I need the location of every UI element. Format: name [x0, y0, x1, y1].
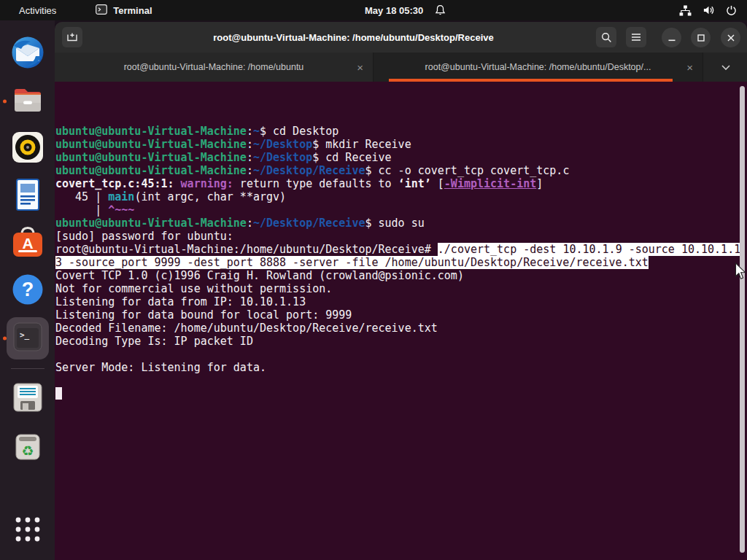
terminal-line: ubuntu@ubuntu-Virtual-Machine:~/Desktop/… — [55, 217, 747, 230]
files-icon — [10, 84, 45, 119]
tab-home-label: root@ubuntu-Virtual-Machine: /home/ubunt… — [124, 62, 304, 72]
new-tab-button[interactable] — [62, 27, 82, 47]
svg-text:>_: >_ — [20, 330, 30, 340]
terminal-line: Decoding Type Is: IP packet ID — [55, 335, 747, 348]
tab-receive[interactable]: root@ubuntu-Virtual-Machine: /home/ubunt… — [374, 52, 703, 82]
terminal-line: ubuntu@ubuntu-Virtual-Machine:~/Desktop/… — [55, 164, 747, 177]
dock-item-libreoffice-writer[interactable] — [10, 179, 45, 214]
dock-item-files[interactable] — [10, 84, 45, 119]
terminal-line: | ^~~~ — [55, 203, 747, 217]
window-title: root@ubuntu-Virtual-Machine: /home/ubunt… — [142, 22, 565, 52]
focused-app-menu[interactable]: Terminal — [96, 4, 152, 17]
libreoffice-writer-icon — [12, 177, 44, 215]
terminal-line: [sudo] password for ubuntu: — [55, 230, 747, 243]
mouse-cursor — [734, 262, 746, 283]
terminal-line: Not for commercial use without permissio… — [55, 282, 747, 295]
focused-app-name: Terminal — [113, 5, 152, 16]
hamburger-menu-button[interactable] — [626, 27, 646, 47]
tab-list-chevron-down-icon[interactable] — [705, 52, 747, 82]
terminal-line: Listening for data from IP: 10.10.1.13 — [55, 295, 747, 308]
svg-text:♻: ♻ — [21, 443, 34, 459]
svg-text:A: A — [22, 235, 33, 252]
terminal-output[interactable]: ubuntu@ubuntu-Virtual-Machine:~$ cd Desk… — [55, 82, 747, 560]
terminal-app-icon — [96, 4, 107, 17]
terminal-line: Server Mode: Listening for data. — [55, 361, 747, 374]
dock-item-thunderbird[interactable] — [10, 36, 45, 71]
clock-menu[interactable]: May 18 05:30 — [365, 0, 446, 20]
system-tray-menu[interactable] — [679, 0, 737, 20]
notification-bell-icon — [435, 4, 446, 17]
dock-item-help[interactable]: ? — [10, 273, 45, 308]
dock-item-floppy-disk[interactable] — [10, 381, 45, 416]
terminal-line: Covert TCP 1.0 (c)1996 Craig H. Rowland … — [55, 269, 747, 282]
svg-text:?: ? — [21, 279, 34, 300]
activities-button[interactable]: Activities — [15, 4, 61, 18]
rhythmbox-icon — [10, 130, 45, 168]
dock-item-rhythmbox[interactable] — [10, 131, 45, 166]
close-button[interactable] — [721, 28, 740, 47]
terminal-line: Decoded Filename: /home/ubuntu/Desktop/R… — [55, 322, 747, 335]
terminal-line — [55, 348, 747, 361]
minimize-button[interactable] — [662, 28, 681, 47]
search-button[interactable] — [596, 27, 616, 47]
terminal-line: 45 | main(int argc, char **argv) — [55, 190, 747, 203]
dock-item-show-applications[interactable] — [10, 513, 45, 548]
dock-divider — [11, 368, 44, 369]
help-icon: ? — [10, 272, 45, 310]
running-indicator — [3, 337, 7, 341]
top-bar: Activities Terminal May 18 05:30 — [0, 0, 747, 20]
network-icon — [679, 5, 692, 16]
tab-home-close-icon[interactable]: × — [357, 62, 363, 73]
tab-receive-label: root@ubuntu-Virtual-Machine: /home/ubunt… — [425, 62, 651, 72]
terminal-line: ubuntu@ubuntu-Virtual-Machine:~/Desktop$… — [55, 151, 747, 164]
scrollbar[interactable] — [740, 86, 745, 553]
running-indicator — [3, 100, 7, 104]
terminal-line: ubuntu@ubuntu-Virtual-Machine:~/Desktop$… — [55, 138, 747, 151]
maximize-button[interactable] — [691, 28, 711, 47]
dock: A?>_♻ — [0, 20, 55, 560]
terminal-line: ubuntu@ubuntu-Virtual-Machine:~$ cd Desk… — [55, 125, 747, 138]
clock-label: May 18 05:30 — [365, 5, 423, 16]
floppy-disk-icon — [12, 381, 44, 416]
terminal-line — [55, 374, 747, 387]
trash-icon: ♻ — [12, 428, 44, 464]
terminal-line: 3 -source_port 9999 -dest_port 8888 -ser… — [55, 256, 747, 269]
volume-icon — [703, 4, 715, 16]
title-bar[interactable]: root@ubuntu-Virtual-Machine: /home/ubunt… — [55, 22, 747, 52]
dock-item-trash[interactable]: ♻ — [10, 429, 45, 464]
dock-item-terminal[interactable]: >_ — [10, 321, 45, 356]
ubuntu-software-icon: A — [10, 225, 45, 262]
terminal-line — [55, 387, 747, 400]
terminal-icon: >_ — [10, 319, 45, 357]
thunderbird-icon — [10, 35, 45, 73]
terminal-line: root@ubuntu-Virtual-Machine:/home/ubuntu… — [55, 243, 747, 256]
tab-bar: root@ubuntu-Virtual-Machine: /home/ubunt… — [55, 52, 747, 82]
dock-item-ubuntu-software[interactable]: A — [10, 226, 45, 261]
terminal-window: root@ubuntu-Virtual-Machine: /home/ubunt… — [55, 22, 747, 560]
show-applications-icon — [13, 515, 42, 547]
terminal-line: Listening for data bound for local port:… — [55, 308, 747, 322]
power-icon — [726, 4, 737, 16]
tab-receive-close-icon[interactable]: × — [686, 62, 693, 73]
terminal-line: covert_tcp.c:45:1: warning: return type … — [55, 177, 747, 190]
tab-home[interactable]: root@ubuntu-Virtual-Machine: /home/ubunt… — [55, 52, 374, 82]
